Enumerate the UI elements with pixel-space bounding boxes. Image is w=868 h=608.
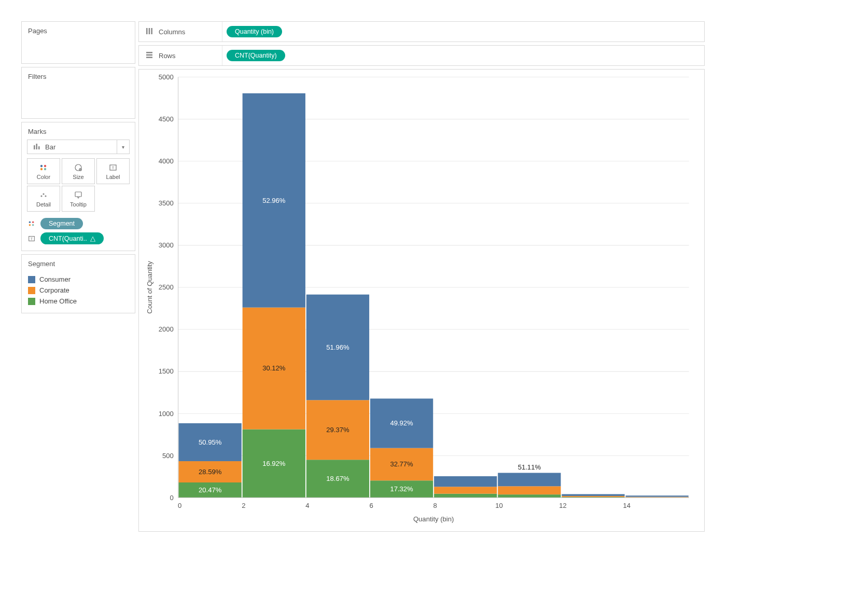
- bar-label: 29.37%: [326, 426, 349, 434]
- label-icon: T: [108, 163, 118, 172]
- bar-label: 16.92%: [262, 460, 286, 467]
- bar-segment[interactable]: [434, 494, 497, 498]
- bar-label: 30.12%: [262, 364, 286, 372]
- svg-text:4500: 4500: [159, 115, 174, 123]
- legend-panel: Segment ConsumerCorporateHome Office: [21, 254, 135, 313]
- svg-point-11: [40, 195, 42, 197]
- svg-text:1500: 1500: [159, 367, 174, 375]
- svg-text:1000: 1000: [159, 410, 174, 418]
- svg-text:4: 4: [305, 502, 309, 509]
- svg-point-7: [75, 164, 81, 171]
- columns-icon: [145, 27, 153, 37]
- rows-pill[interactable]: CNT(Quantity): [227, 50, 285, 61]
- color-icon: [39, 163, 48, 172]
- marks-size-button[interactable]: Size: [62, 158, 95, 184]
- x-axis-title: Quantity (bin): [413, 515, 454, 523]
- svg-rect-23: [151, 28, 152, 34]
- svg-text:14: 14: [623, 502, 631, 509]
- svg-text:3500: 3500: [159, 199, 174, 207]
- svg-rect-1: [36, 144, 38, 149]
- legend-item[interactable]: Consumer: [28, 274, 129, 285]
- legend-swatch: [28, 287, 35, 294]
- pages-panel: Pages: [21, 21, 135, 64]
- bar-label: 18.67%: [326, 475, 349, 482]
- label-icon: T: [27, 234, 36, 243]
- mark-pill-cnt[interactable]: CNT(Quanti..△: [40, 232, 104, 244]
- svg-rect-22: [149, 28, 150, 34]
- marks-tooltip-button[interactable]: Tooltip: [62, 186, 95, 212]
- svg-text:12: 12: [559, 502, 567, 509]
- legend-label: Home Office: [39, 297, 77, 305]
- bar-label: 20.47%: [199, 486, 222, 494]
- legend-title: Segment: [22, 255, 135, 270]
- svg-text:4000: 4000: [159, 157, 174, 165]
- svg-point-5: [40, 168, 43, 170]
- mark-pill-segment[interactable]: Segment: [40, 218, 83, 229]
- svg-point-3: [40, 164, 43, 167]
- delta-icon: △: [90, 234, 95, 242]
- color-icon: [27, 219, 36, 228]
- mark-type-select[interactable]: Bar ▾: [27, 140, 130, 154]
- bar-icon: [33, 142, 41, 152]
- rows-icon: [145, 51, 153, 61]
- bar-label: 49.92%: [390, 419, 413, 427]
- svg-rect-14: [75, 192, 81, 197]
- bar-label: 28.59%: [199, 468, 222, 476]
- chart-view[interactable]: 0500100015002000250030003500400045005000…: [138, 69, 705, 532]
- bar-segment[interactable]: [498, 486, 561, 494]
- columns-shelf[interactable]: Columns Quantity (bin): [138, 21, 705, 42]
- legend-item[interactable]: Corporate: [28, 285, 129, 296]
- svg-text:5000: 5000: [159, 74, 174, 81]
- bar-segment[interactable]: [626, 497, 689, 498]
- filters-title: Filters: [22, 67, 135, 82]
- bar-segment[interactable]: [434, 476, 497, 487]
- rows-label: Rows: [159, 52, 176, 60]
- svg-text:T: T: [112, 165, 115, 170]
- bar-segment[interactable]: [626, 495, 689, 496]
- bar-label: 52.96%: [262, 197, 286, 204]
- svg-point-4: [44, 164, 46, 167]
- marks-title: Marks: [22, 122, 135, 137]
- marks-detail-button[interactable]: Detail: [27, 186, 60, 212]
- svg-rect-25: [146, 54, 152, 56]
- svg-rect-0: [34, 145, 35, 149]
- svg-point-6: [44, 168, 46, 170]
- svg-text:0: 0: [178, 502, 181, 509]
- svg-text:6: 6: [369, 502, 373, 509]
- bar-segment[interactable]: [498, 494, 561, 498]
- svg-text:10: 10: [495, 502, 503, 509]
- svg-rect-21: [146, 28, 148, 34]
- svg-text:3000: 3000: [159, 241, 174, 249]
- bar-label: 51.11%: [518, 463, 541, 471]
- legend-label: Corporate: [39, 286, 69, 294]
- svg-rect-2: [38, 146, 40, 149]
- svg-text:T: T: [31, 237, 33, 241]
- bar-label: 17.32%: [390, 485, 413, 493]
- bar-segment[interactable]: [498, 473, 561, 487]
- legend-swatch: [28, 298, 35, 305]
- tooltip-icon: [74, 190, 83, 200]
- svg-text:500: 500: [162, 452, 174, 460]
- bar-segment[interactable]: [562, 496, 624, 497]
- marks-label-button[interactable]: T Label: [96, 158, 130, 184]
- svg-point-12: [43, 193, 44, 195]
- size-icon: [74, 163, 83, 172]
- bar-label: 51.96%: [326, 343, 349, 351]
- svg-point-13: [45, 195, 46, 197]
- svg-point-17: [29, 224, 31, 226]
- mark-type-label: Bar: [45, 143, 55, 151]
- bar-segment[interactable]: [434, 487, 497, 493]
- marks-panel: Marks Bar ▾ Color Size T: [21, 122, 135, 251]
- bar-segment[interactable]: [562, 494, 624, 496]
- marks-color-button[interactable]: Color: [27, 158, 60, 184]
- rows-shelf[interactable]: Rows CNT(Quantity): [138, 45, 705, 66]
- legend-label: Consumer: [39, 275, 71, 283]
- svg-rect-26: [146, 57, 152, 58]
- svg-text:2000: 2000: [159, 325, 174, 333]
- svg-rect-24: [146, 52, 152, 53]
- y-axis-title: Count of Quantity: [146, 261, 153, 314]
- legend-item[interactable]: Home Office: [28, 296, 129, 307]
- columns-pill[interactable]: Quantity (bin): [227, 26, 282, 37]
- svg-point-16: [32, 222, 34, 224]
- detail-icon: [39, 190, 48, 200]
